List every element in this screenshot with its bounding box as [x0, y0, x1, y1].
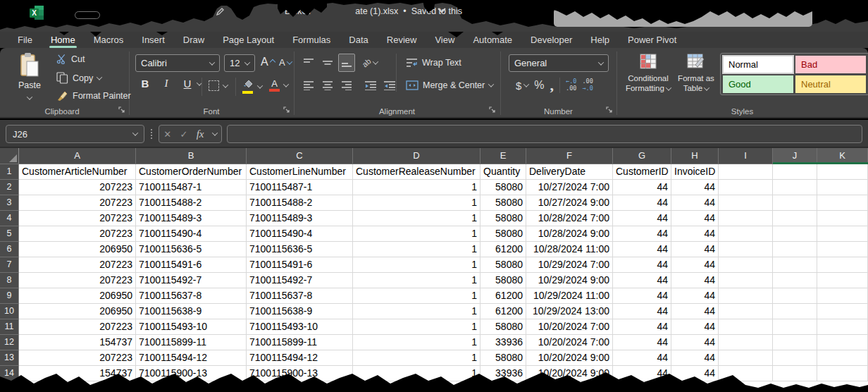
cell-A7[interactable]: 207223: [19, 257, 136, 273]
cancel-icon[interactable]: ✕: [163, 129, 171, 140]
column-header-H[interactable]: H: [671, 148, 719, 164]
cell-G1[interactable]: CustomerID: [613, 164, 671, 180]
cell-J1[interactable]: [773, 164, 817, 180]
chevron-down-icon[interactable]: [437, 7, 447, 14]
cell-G5[interactable]: 44: [613, 226, 671, 242]
column-header-G[interactable]: G: [613, 148, 671, 164]
cell-I14[interactable]: [719, 366, 773, 381]
cell-A5[interactable]: 207223: [19, 226, 136, 242]
cell-A11[interactable]: 207223: [19, 319, 136, 335]
font-family-combo[interactable]: Calibri: [135, 54, 220, 72]
cell-J5[interactable]: [773, 226, 817, 242]
cell-G9[interactable]: 44: [613, 288, 671, 304]
cell-E1[interactable]: Quantity: [480, 164, 526, 180]
cell-C14[interactable]: 7100115900-13: [247, 366, 353, 381]
cell-H9[interactable]: 44: [671, 288, 719, 304]
cell-I9[interactable]: [719, 288, 773, 304]
dialog-launcher-icon[interactable]: [118, 106, 125, 114]
cell-K2[interactable]: [817, 180, 868, 195]
cell-C7[interactable]: 7100115491-6: [247, 257, 353, 273]
align-center-button[interactable]: [319, 76, 336, 94]
cell-D10[interactable]: 1: [353, 304, 480, 319]
cell-B7[interactable]: 7100115491-6: [136, 257, 247, 273]
cell-F1[interactable]: DeliveryDate: [526, 164, 613, 180]
format-as-table-button[interactable]: Format as Table: [671, 52, 721, 94]
cell-C6[interactable]: 7100115636-5: [247, 242, 353, 257]
cell-H14[interactable]: 44: [671, 366, 719, 381]
cell-D7[interactable]: 1: [353, 257, 480, 273]
cell-B9[interactable]: 7100115637-8: [136, 288, 247, 304]
cell-D3[interactable]: 1: [353, 195, 480, 211]
cell-H12[interactable]: 44: [671, 335, 719, 350]
menu-tab-draw[interactable]: Draw: [174, 32, 213, 48]
merge-center-button[interactable]: Merge & Center: [406, 80, 493, 90]
cell-E6[interactable]: 61200: [480, 242, 526, 257]
cell-H6[interactable]: 44: [671, 242, 719, 257]
align-bottom-button[interactable]: [338, 54, 355, 72]
row-header-6[interactable]: 6: [0, 242, 19, 257]
borders-button[interactable]: [209, 80, 228, 91]
fill-color-button[interactable]: [242, 79, 262, 94]
cell-D12[interactable]: 1: [353, 335, 480, 350]
cell-J10[interactable]: [773, 304, 817, 319]
menu-tab-power-pivot[interactable]: Power Pivot: [619, 32, 686, 48]
cell-B1[interactable]: CustomerOrderNumber: [136, 164, 247, 180]
menu-tab-view[interactable]: View: [426, 32, 464, 48]
dialog-launcher-icon[interactable]: [283, 106, 290, 114]
cell-J14[interactable]: [773, 366, 817, 381]
comma-style-button[interactable]: ,: [550, 82, 554, 89]
cell-I8[interactable]: [719, 273, 773, 288]
cell-D9[interactable]: 1: [353, 288, 480, 304]
cell-J7[interactable]: [773, 257, 817, 273]
cell-J6[interactable]: [773, 242, 817, 257]
cell-F8[interactable]: 10/29/2024 9:00: [526, 273, 613, 288]
column-header-B[interactable]: B: [136, 148, 247, 164]
cell-H3[interactable]: 44: [671, 195, 719, 211]
cell-F6[interactable]: 10/28/2024 11:00: [526, 242, 613, 257]
cell-K14[interactable]: [817, 366, 868, 381]
cell-B3[interactable]: 7100115488-2: [136, 195, 247, 211]
menu-tab-help[interactable]: Help: [581, 32, 619, 48]
cell-C1[interactable]: CustomerLineNumber: [247, 164, 353, 180]
row-header-11[interactable]: 11: [0, 319, 19, 335]
row-header-4[interactable]: 4: [0, 211, 19, 226]
cell-K10[interactable]: [817, 304, 868, 319]
cell-F12[interactable]: 10/20/2024 7:00: [526, 335, 613, 350]
percent-style-button[interactable]: %: [534, 79, 544, 92]
cell-C12[interactable]: 7100115899-11: [247, 335, 353, 350]
cell-G10[interactable]: 44: [613, 304, 671, 319]
cell-style-neutral[interactable]: Neutral: [795, 75, 866, 93]
cell-E3[interactable]: 58080: [480, 195, 526, 211]
conditional-formatting-button[interactable]: Conditional Formatting: [623, 52, 674, 94]
cell-H10[interactable]: 44: [671, 304, 719, 319]
edit-icon[interactable]: [216, 6, 225, 16]
cell-G13[interactable]: 44: [613, 350, 671, 366]
cell-A3[interactable]: 207223: [19, 195, 136, 211]
cell-D1[interactable]: CustomerRealeaseNumber: [353, 164, 480, 180]
row-header-5[interactable]: 5: [0, 226, 19, 242]
insert-function-button[interactable]: fx: [197, 128, 204, 140]
cell-E2[interactable]: 58080: [480, 180, 526, 195]
cell-A2[interactable]: 207223: [19, 180, 136, 195]
row-header-12[interactable]: 12: [0, 335, 19, 350]
cell-I4[interactable]: [719, 211, 773, 226]
cell-E8[interactable]: 58080: [480, 273, 526, 288]
decrease-indent-button[interactable]: [362, 76, 379, 94]
number-format-combo[interactable]: General: [509, 54, 609, 72]
align-left-button[interactable]: [300, 76, 317, 94]
cell-H13[interactable]: 44: [671, 350, 719, 366]
cell-F7[interactable]: 10/29/2024 7:00: [526, 257, 613, 273]
font-color-button[interactable]: A: [269, 79, 288, 92]
cell-style-normal[interactable]: Normal: [723, 56, 793, 73]
cell-D2[interactable]: 1: [353, 180, 480, 195]
cell-A9[interactable]: 206950: [19, 288, 136, 304]
row-header-1[interactable]: 1: [0, 164, 19, 180]
wrap-text-button[interactable]: Wrap Text: [406, 58, 461, 68]
cell-F3[interactable]: 10/27/2024 9:00: [526, 195, 613, 211]
cell-I3[interactable]: [719, 195, 773, 211]
cell-C8[interactable]: 7100115492-7: [247, 273, 353, 288]
cell-C10[interactable]: 7100115638-9: [247, 304, 353, 319]
shrink-font-button[interactable]: A: [279, 57, 292, 68]
menu-tab-file[interactable]: File: [8, 32, 42, 48]
cell-A4[interactable]: 207223: [19, 211, 136, 226]
